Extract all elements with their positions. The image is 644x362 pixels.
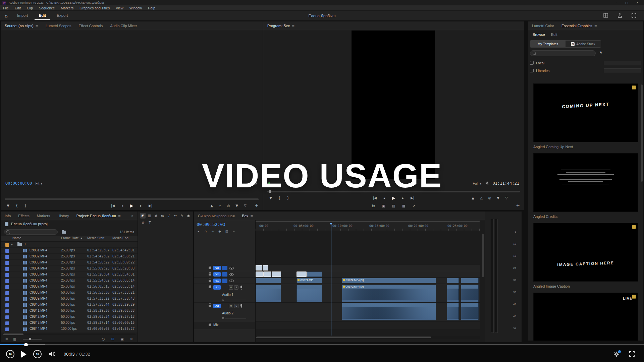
- clip-row[interactable]: C9837.MP425,00 fps02:56:05:1502:56:53:14: [1, 284, 138, 290]
- label-chip[interactable]: [5, 249, 9, 253]
- clip-row[interactable]: C9838.MP450,00 fps02:56:53:3002:57:33:21: [1, 290, 138, 296]
- toggle-visibility-icon[interactable]: [229, 280, 234, 282]
- track-target-v3[interactable]: V3: [213, 266, 221, 270]
- lock-icon[interactable]: [209, 267, 211, 269]
- label-chip[interactable]: [5, 309, 9, 313]
- source-zoom-select[interactable]: Fit▾: [35, 181, 42, 185]
- share-icon[interactable]: ↗: [411, 203, 417, 209]
- label-chip[interactable]: [5, 267, 9, 271]
- timeline-clip[interactable]: [307, 272, 322, 277]
- linked-selection-icon[interactable]: ∞: [210, 229, 215, 234]
- workspace-tab-import[interactable]: Import: [13, 12, 32, 20]
- menu-view[interactable]: View: [113, 6, 126, 10]
- insert-icon[interactable]: ▼: [495, 195, 501, 201]
- source-tab-effect-controls[interactable]: Effect Controls: [78, 24, 103, 28]
- panel-overflow-icon[interactable]: »: [131, 214, 133, 218]
- program-settings-icon[interactable]: [485, 181, 489, 186]
- label-chip[interactable]: [5, 255, 9, 259]
- timeline-clip[interactable]: [461, 303, 479, 320]
- menu-graphics-and-titles[interactable]: Graphics and Titles: [76, 6, 113, 10]
- player-settings-icon[interactable]: [613, 351, 620, 358]
- audio-track-head-a1[interactable]: A1MSAudio 1: [194, 284, 255, 303]
- source-patch[interactable]: [222, 279, 227, 283]
- workspaces-icon[interactable]: [603, 13, 608, 19]
- extract-icon[interactable]: △: [479, 195, 484, 201]
- video-track-head-v3[interactable]: V3: [194, 265, 255, 271]
- panel-menu-icon[interactable]: ≡: [36, 24, 38, 27]
- timeline-zoom-scrollbar[interactable]: [256, 221, 480, 222]
- source-add-button[interactable]: +: [255, 202, 259, 208]
- source-patch[interactable]: [222, 272, 227, 277]
- caption-track-icon[interactable]: ≈: [231, 229, 236, 234]
- label-chip[interactable]: [5, 327, 9, 331]
- right-tab-essential-graphics[interactable]: Essential Graphics≡: [561, 24, 597, 28]
- workspace-tab-export[interactable]: Export: [53, 12, 72, 20]
- clip-row[interactable]: C9841.MP450,00 fps02:58:29:3002:59:03:33: [1, 308, 138, 314]
- insert-mode-icon[interactable]: ▸: [196, 229, 201, 234]
- project-tab-history[interactable]: History: [58, 214, 69, 218]
- favorites-star-icon[interactable]: ★: [599, 50, 603, 55]
- fx-badge-icon[interactable]: fx: [371, 203, 376, 209]
- label-chip[interactable]: [5, 243, 9, 247]
- sequence-tab-бех[interactable]: Бех≡: [242, 214, 253, 218]
- skip-back-10-button[interactable]: 10: [6, 350, 14, 358]
- track-a2[interactable]: [256, 303, 480, 321]
- column-header-name[interactable]: Name: [12, 236, 21, 240]
- source-tab-audio-clip-mixer[interactable]: Audio Clip Mixer: [110, 24, 137, 28]
- filter-value-box[interactable]: [604, 68, 641, 73]
- timeline-clip[interactable]: [256, 285, 281, 302]
- play-button[interactable]: [21, 351, 26, 358]
- bin-filter-icon[interactable]: [62, 231, 66, 234]
- label-chip[interactable]: [5, 279, 9, 283]
- timeline-playhead[interactable]: [331, 223, 331, 336]
- lock-icon[interactable]: [209, 286, 211, 288]
- eg-scrollbar[interactable]: [641, 84, 643, 182]
- timeline-clip[interactable]: [256, 272, 264, 277]
- mute-button[interactable]: M: [229, 285, 233, 290]
- timeline-clip[interactable]: [256, 265, 262, 270]
- project-tab-effects[interactable]: Effects: [18, 214, 29, 218]
- panel-menu-icon[interactable]: ≡: [292, 24, 294, 27]
- menu-sequence[interactable]: Sequence: [36, 6, 58, 10]
- panel-menu-icon[interactable]: ≡: [118, 214, 121, 218]
- new-item-icon[interactable]: ▣: [119, 337, 125, 341]
- voiceover-record-icon[interactable]: [240, 286, 242, 288]
- project-tab-markers[interactable]: Markers: [37, 214, 50, 218]
- eg-search-input[interactable]: [538, 52, 589, 55]
- timeline-clip[interactable]: C9872.MP4 [A]: [342, 285, 436, 302]
- step-forward-icon[interactable]: ▸: [139, 202, 144, 208]
- multicam-icon[interactable]: ▦: [401, 203, 407, 209]
- insert-icon[interactable]: ▼: [234, 202, 239, 208]
- timeline-hscrollbar[interactable]: [256, 336, 480, 339]
- go-to-in-icon[interactable]: |◀: [110, 202, 116, 208]
- solo-button[interactable]: S: [234, 304, 238, 308]
- label-chip[interactable]: [5, 303, 9, 307]
- panel-menu-icon[interactable]: ≡: [250, 214, 253, 218]
- panel-menu-icon[interactable]: ≡: [594, 24, 597, 27]
- timeline-settings-icon[interactable]: ▤: [224, 229, 229, 234]
- thumbnail-zoom-slider[interactable]: [23, 339, 42, 340]
- delete-item-icon[interactable]: ✕: [129, 337, 134, 341]
- template-card[interactable]: LIVE: [533, 293, 638, 341]
- overwrite-icon[interactable]: ▽: [504, 195, 509, 201]
- template-card[interactable]: [533, 153, 638, 212]
- eg-mode-edit[interactable]: Edit: [551, 33, 557, 37]
- track-select-tool-icon[interactable]: ▥: [147, 213, 152, 219]
- menu-file[interactable]: File: [0, 6, 12, 10]
- program-add-button[interactable]: +: [516, 203, 520, 208]
- player-progress-bar[interactable]: [0, 343, 644, 346]
- label-chip[interactable]: [5, 291, 9, 295]
- go-to-in-icon[interactable]: |◀: [372, 195, 378, 201]
- timeline-clip[interactable]: [461, 278, 479, 283]
- home-icon[interactable]: ⌂: [5, 13, 8, 18]
- track-target-a1[interactable]: A1: [213, 285, 221, 290]
- twirl-icon[interactable]: ▸: [11, 243, 13, 246]
- menu-help[interactable]: Help: [145, 6, 158, 10]
- clip-row[interactable]: C9842.MP450,00 fps02:59:03:3402:59:37:13: [1, 314, 138, 320]
- clip-row[interactable]: C9834.MP425,00 fps02:55:09:2302:55:28:03: [1, 266, 138, 272]
- timeline-vscrollbar[interactable]: [482, 234, 484, 277]
- label-chip[interactable]: [5, 285, 9, 289]
- play-icon[interactable]: ▶: [129, 202, 135, 208]
- timeline-clip[interactable]: [447, 285, 459, 302]
- clip-row[interactable]: C9843.MP450,00 fps02:59:37:1403:00:00:15: [1, 320, 138, 326]
